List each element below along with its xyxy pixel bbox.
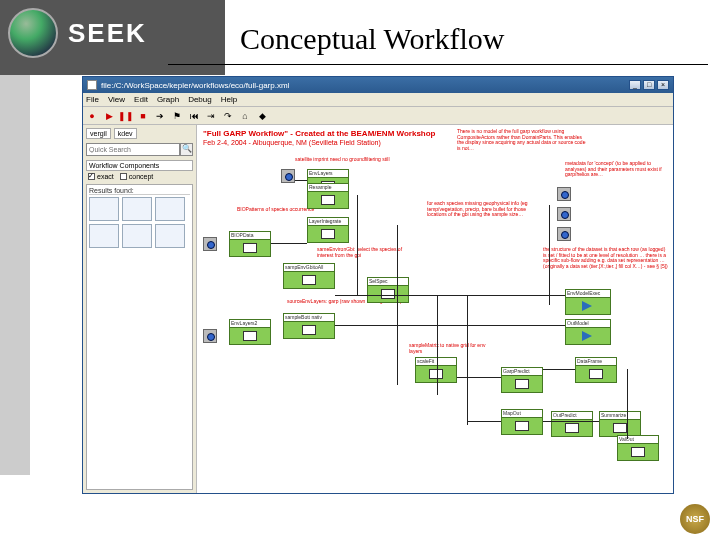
step-back-icon[interactable]: ⏮ xyxy=(188,110,200,122)
actor-valout[interactable]: ValOut xyxy=(617,435,659,461)
wire xyxy=(627,369,628,439)
toolbar: ● ▶ ❚❚ ■ ➔ ⚑ ⏮ ⇥ ↷ ⌂ ◆ xyxy=(83,107,673,125)
menu-debug[interactable]: Debug xyxy=(188,95,212,104)
diamond-icon[interactable]: ◆ xyxy=(256,110,268,122)
param-node[interactable] xyxy=(203,329,217,343)
logo-text: SEEK xyxy=(68,18,147,49)
result-thumb[interactable] xyxy=(89,224,119,248)
canvas-title: "Full GARP Workflow" - Created at the BE… xyxy=(203,129,436,138)
actor-mapout[interactable]: MapOut xyxy=(501,409,543,435)
wire xyxy=(295,180,307,181)
results-pane: Results found: xyxy=(86,184,193,490)
actor-envmodel[interactable]: EnvModelExec xyxy=(565,289,611,315)
results-header: Results found: xyxy=(89,187,190,195)
param-node[interactable] xyxy=(557,227,571,241)
tab-kdev[interactable]: kdev xyxy=(114,128,137,139)
checkbox-concept[interactable]: concept xyxy=(120,173,154,180)
maximize-button[interactable]: □ xyxy=(643,80,655,90)
step-over-icon[interactable]: ↷ xyxy=(222,110,234,122)
home-icon[interactable]: ⌂ xyxy=(239,110,251,122)
actor-samplematrix[interactable]: scaleFit xyxy=(415,357,457,383)
record-icon[interactable]: ● xyxy=(86,110,98,122)
actor-resample[interactable]: Resample xyxy=(307,183,349,209)
actor-layerint[interactable]: LayerIntegrate xyxy=(307,217,349,243)
result-thumb[interactable] xyxy=(122,197,152,221)
flag-icon[interactable]: ⚑ xyxy=(171,110,183,122)
actor-samplebott[interactable]: sampleBott nativ xyxy=(283,313,335,339)
note-sameenv: sameEnvironGbi: select the species of in… xyxy=(317,247,417,258)
note-structure: the structure of the dataset is that eac… xyxy=(543,247,669,269)
actor-summarize[interactable]: Summarize xyxy=(599,411,641,437)
slide-title: Conceptual Workflow xyxy=(240,22,504,56)
result-thumb[interactable] xyxy=(155,224,185,248)
actor-dataframe[interactable]: DataFrame xyxy=(575,357,617,383)
minimize-button[interactable]: _ xyxy=(629,80,641,90)
param-node[interactable] xyxy=(281,169,295,183)
window-title: file:/C:/WorkSpace/kepler/workflows/eco/… xyxy=(101,81,289,90)
footer-logos: NSF xyxy=(614,504,710,534)
menu-file[interactable]: File xyxy=(86,95,99,104)
actor-sampenv[interactable]: sampEnvGbitoAll xyxy=(283,263,335,289)
wire xyxy=(467,295,468,425)
note-species: for each species missing geophysical inf… xyxy=(427,201,537,218)
wire xyxy=(397,225,398,385)
arrow-right-icon[interactable]: ➔ xyxy=(154,110,166,122)
search-button[interactable]: 🔍 xyxy=(180,143,193,156)
note-satellite: satellite imprint need no groundfilterin… xyxy=(295,157,405,163)
param-node[interactable] xyxy=(557,207,571,221)
wire xyxy=(467,421,501,422)
tab-vergil[interactable]: vergil xyxy=(86,128,111,139)
actor-biop[interactable]: BIOPData xyxy=(229,231,271,257)
note-metadata: metadata for 'concept' (to be applied to… xyxy=(565,161,665,178)
wire xyxy=(271,243,307,244)
checkbox-exact[interactable]: exact xyxy=(88,173,114,180)
canvas-subtitle: Feb 2-4, 2004 - Albuquerque, NM (Seville… xyxy=(203,139,381,146)
wire xyxy=(549,205,550,305)
check-icon xyxy=(88,173,95,180)
actor-outmodel[interactable]: OutModel xyxy=(565,319,611,345)
workflow-canvas[interactable]: "Full GARP Workflow" - Created at the BE… xyxy=(197,125,673,493)
stop-icon[interactable]: ■ xyxy=(137,110,149,122)
note-samplematrix: sampleMatrix to native grid for env laye… xyxy=(409,343,499,354)
actor-selspec[interactable]: SelSpec xyxy=(367,277,409,303)
check-icon xyxy=(120,173,127,180)
result-thumb[interactable] xyxy=(155,197,185,221)
wire xyxy=(357,195,358,295)
result-thumb[interactable] xyxy=(89,197,119,221)
close-button[interactable]: × xyxy=(657,80,669,90)
components-pane-header[interactable]: Workflow Components xyxy=(86,160,193,171)
sidebar: vergil kdev 🔍 Workflow Components exact … xyxy=(83,125,197,493)
note-overview: There is no model of the full garp workf… xyxy=(457,129,587,151)
menu-view[interactable]: View xyxy=(108,95,125,104)
pause-icon[interactable]: ❚❚ xyxy=(120,110,132,122)
app-window: file:/C:/WorkSpace/kepler/workflows/eco/… xyxy=(82,76,674,494)
menu-edit[interactable]: Edit xyxy=(134,95,148,104)
window-titlebar[interactable]: file:/C:/WorkSpace/kepler/workflows/eco/… xyxy=(83,77,673,93)
side-accent xyxy=(0,75,30,475)
actor-envlayers2[interactable]: EnvLayers2 xyxy=(229,319,271,345)
document-icon xyxy=(87,80,97,90)
menu-help[interactable]: Help xyxy=(221,95,237,104)
actor-garppredict[interactable]: GarpPredict xyxy=(501,367,543,393)
param-node[interactable] xyxy=(557,187,571,201)
seek-logo: SEEK xyxy=(8,8,147,58)
wire xyxy=(437,295,438,395)
title-underline xyxy=(168,64,708,65)
play-icon[interactable]: ▶ xyxy=(103,110,115,122)
menu-graph[interactable]: Graph xyxy=(157,95,179,104)
wire xyxy=(457,377,501,378)
globe-icon xyxy=(8,8,58,58)
partner-logo xyxy=(614,509,674,529)
wire xyxy=(335,325,565,326)
wire xyxy=(335,295,565,296)
wire xyxy=(543,369,575,370)
search-input[interactable] xyxy=(86,143,180,156)
nsf-logo: NSF xyxy=(680,504,710,534)
param-node[interactable] xyxy=(203,237,217,251)
wire xyxy=(543,421,599,422)
skip-icon[interactable]: ⇥ xyxy=(205,110,217,122)
result-thumb[interactable] xyxy=(122,224,152,248)
actor-outpredict[interactable]: OutPredict xyxy=(551,411,593,437)
menu-bar: File View Edit Graph Debug Help xyxy=(83,93,673,107)
